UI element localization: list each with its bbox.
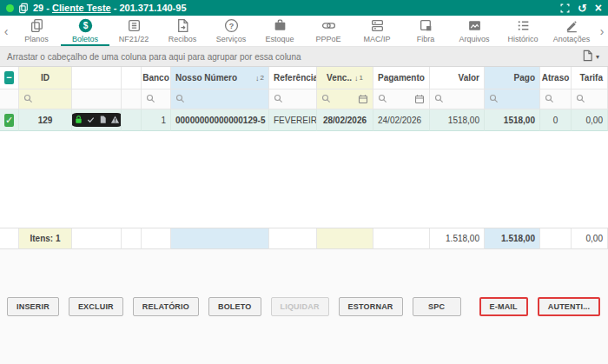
help-circle-icon: ? — [224, 18, 239, 33]
tab-label: Planos — [24, 35, 49, 43]
filter-select-cell — [0, 89, 19, 109]
invoice-list-icon — [127, 18, 142, 33]
tab-label: Boletos — [72, 35, 98, 43]
col-header-pagamento[interactable]: Pagamento — [373, 67, 430, 89]
cell-spacer — [122, 109, 142, 131]
briefcase-icon — [273, 18, 287, 33]
col-header-pago[interactable]: Pago — [485, 67, 540, 89]
filter-id[interactable] — [19, 89, 72, 109]
col-header-id[interactable]: ID — [19, 67, 72, 89]
cell-pago: 1518,00 — [485, 109, 540, 131]
tab-historico[interactable]: Histórico — [499, 16, 547, 46]
estornar-button[interactable]: ESTORNAR — [339, 297, 403, 316]
filter-valor[interactable] — [430, 89, 485, 109]
grid-empty-area — [0, 131, 608, 228]
tab-boletos[interactable]: $ Boletos — [61, 16, 109, 46]
tabs-scroll-right-chevron-icon[interactable]: › — [596, 16, 608, 46]
summary-atraso — [540, 228, 572, 249]
col-header-nosso-numero[interactable]: Nosso Número↓2 — [171, 67, 269, 89]
tab-servicos[interactable]: ? Serviços — [207, 16, 255, 46]
summary-valor-total: 1.518,00 — [430, 228, 485, 249]
email-button[interactable]: E-MAIL — [479, 297, 528, 316]
titlebar: 29 - Cliente Teste - 201.371.140-95 ↺ × — [0, 0, 608, 16]
summary-pago-total: 1.518,00 — [485, 228, 540, 249]
group-by-hint: Arrastar o cabeçalho de uma coluna para … — [7, 52, 301, 62]
svg-text:$: $ — [83, 21, 88, 30]
tab-label: Recibos — [169, 35, 197, 43]
image-icon — [467, 18, 482, 33]
summary-spacer — [122, 228, 142, 249]
col-header-tarifa[interactable]: Tarifa — [572, 67, 608, 89]
window-title: 29 - Cliente Teste - 201.371.140-95 — [33, 3, 187, 13]
table-row[interactable]: ✓ 129 1 00000000000000129-5 FEVEREIRO...… — [0, 109, 608, 131]
select-all-checkbox[interactable]: − — [4, 71, 14, 84]
search-icon — [378, 94, 387, 105]
sort-order-badge: 1 — [359, 74, 362, 82]
cell-banco: 1 — [142, 109, 171, 131]
calendar-icon[interactable] — [358, 94, 368, 104]
fullscreen-icon[interactable] — [560, 3, 570, 13]
filter-venc[interactable] — [317, 89, 373, 109]
tab-recibos[interactable]: Recibos — [158, 16, 207, 46]
copy-icon[interactable] — [18, 3, 29, 14]
summary-referencia — [269, 228, 317, 249]
filter-nosso-numero[interactable] — [171, 89, 269, 109]
relatorio-button[interactable]: RELATÓRIO — [133, 297, 199, 316]
col-header-valor[interactable]: Valor — [430, 67, 485, 89]
cell-venc: 28/02/2026 — [317, 109, 373, 131]
refresh-icon[interactable]: ↺ — [578, 3, 587, 14]
client-name-link[interactable]: Cliente Teste — [52, 3, 111, 13]
autenticar-button[interactable]: AUTENTI... — [538, 297, 601, 316]
chevron-down-icon: ▾ — [596, 53, 599, 61]
search-icon — [321, 94, 331, 105]
tab-anotacoes[interactable]: Anotações — [547, 16, 596, 46]
action-buttonbar: INSERIR EXCLUIR RELATÓRIO BOLETO LIQUIDA… — [0, 249, 608, 364]
sort-down-icon: ↓ — [354, 74, 359, 83]
search-icon — [146, 94, 155, 105]
export-file-icon — [582, 50, 593, 63]
summary-itens: Itens: 1 — [19, 228, 72, 249]
col-header-status[interactable] — [72, 67, 122, 89]
inserir-button[interactable]: INSERIR — [7, 297, 59, 316]
filter-spacer — [122, 89, 142, 109]
filter-pagamento[interactable] — [373, 89, 430, 109]
col-header-venc[interactable]: Venc..↓1 — [317, 67, 373, 89]
tab-label: Fibra — [417, 35, 435, 43]
tabs-scroll-left-chevron-icon[interactable]: ‹ — [0, 16, 12, 46]
tab-macip[interactable]: MAC/IP — [353, 16, 401, 46]
filter-referencia[interactable] — [269, 89, 317, 109]
tab-planos[interactable]: Planos — [12, 16, 61, 46]
export-button[interactable]: ▾ — [582, 50, 599, 63]
tab-estoque[interactable]: Estoque — [255, 16, 304, 46]
filter-banco[interactable] — [142, 89, 171, 109]
tab-arquivos[interactable]: Arquivos — [450, 16, 499, 46]
col-header-referencia[interactable]: Referência — [269, 67, 317, 89]
grid-filter-row — [0, 89, 608, 109]
summary-select-cell — [0, 228, 19, 249]
boleto-button[interactable]: BOLETO — [208, 297, 261, 316]
spc-button[interactable]: SPC — [413, 297, 461, 316]
tab-label: Estoque — [265, 35, 294, 43]
filter-pago[interactable] — [485, 89, 540, 109]
excluir-button[interactable]: EXCLUIR — [69, 297, 123, 316]
filter-atraso[interactable] — [540, 89, 572, 109]
col-header-atraso[interactable]: Atraso — [540, 67, 572, 89]
col-header-banco[interactable]: Banco — [142, 67, 171, 89]
tab-label: Arquivos — [459, 35, 489, 43]
search-icon — [175, 94, 185, 105]
tab-pppoe[interactable]: PPPoE — [304, 16, 353, 46]
tab-fibra[interactable]: Fibra — [401, 16, 450, 46]
calendar-icon[interactable] — [414, 94, 425, 104]
tab-label: Histórico — [507, 35, 538, 43]
close-icon[interactable]: × — [595, 2, 602, 14]
lock-icon — [74, 115, 83, 126]
cell-valor: 1518,00 — [430, 109, 485, 131]
row-checkbox[interactable]: ✓ — [4, 114, 14, 127]
window-controls: ↺ × — [560, 2, 602, 14]
tab-nf2122[interactable]: NF21/22 — [109, 16, 158, 46]
tab-label: NF21/22 — [119, 35, 149, 43]
tab-label: MAC/IP — [363, 35, 390, 43]
filter-tarifa[interactable] — [572, 89, 608, 109]
grid-header-row: − ID Banco Nosso Número↓2 Referência Ven… — [0, 67, 608, 89]
group-by-bar[interactable]: Arrastar o cabeçalho de uma coluna para … — [0, 47, 608, 67]
